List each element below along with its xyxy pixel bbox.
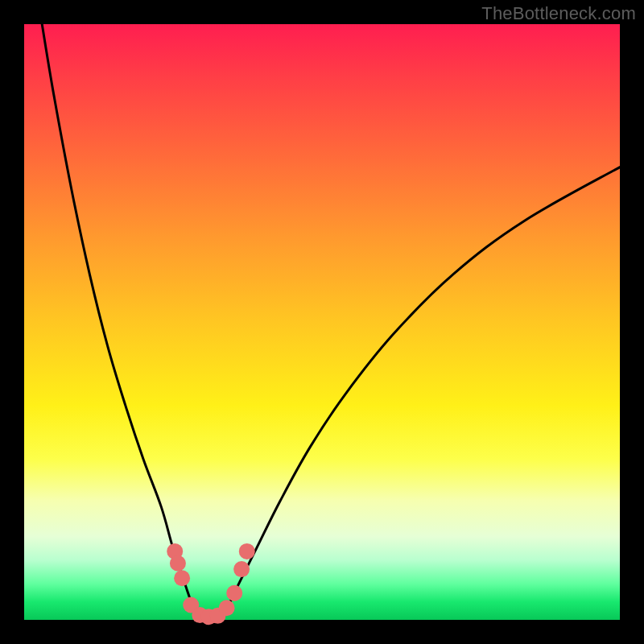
watermark-text: TheBottleneck.com bbox=[481, 3, 636, 24]
chart-frame: TheBottleneck.com bbox=[0, 0, 644, 644]
curve-marker bbox=[226, 585, 242, 601]
curve-marker bbox=[219, 600, 235, 616]
curve-marker bbox=[239, 543, 255, 559]
plot-area bbox=[24, 24, 620, 620]
curve-svg bbox=[24, 24, 620, 620]
curve-marker bbox=[174, 570, 190, 586]
curve-marker bbox=[233, 561, 250, 577]
curve-marker bbox=[170, 555, 186, 572]
curve-markers bbox=[167, 543, 255, 625]
bottleneck-curve bbox=[42, 24, 620, 621]
